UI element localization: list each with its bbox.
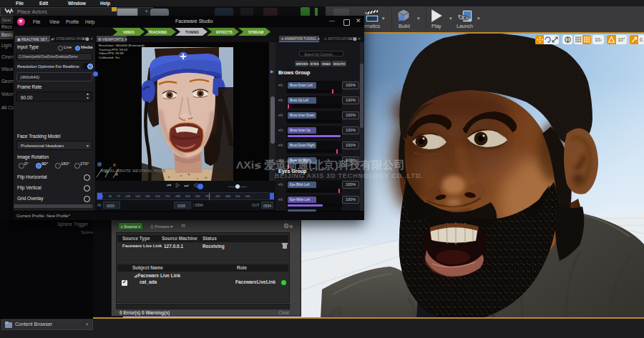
svg-text:TRACKING: TRACKING [148,30,167,34]
svg-text:EFFECTS: EFFECTS [216,30,233,34]
svg-text:TUNING: TUNING [185,30,199,34]
svg-text:VIDEO: VIDEO [123,30,135,34]
svg-text:STREAM: STREAM [248,30,263,34]
